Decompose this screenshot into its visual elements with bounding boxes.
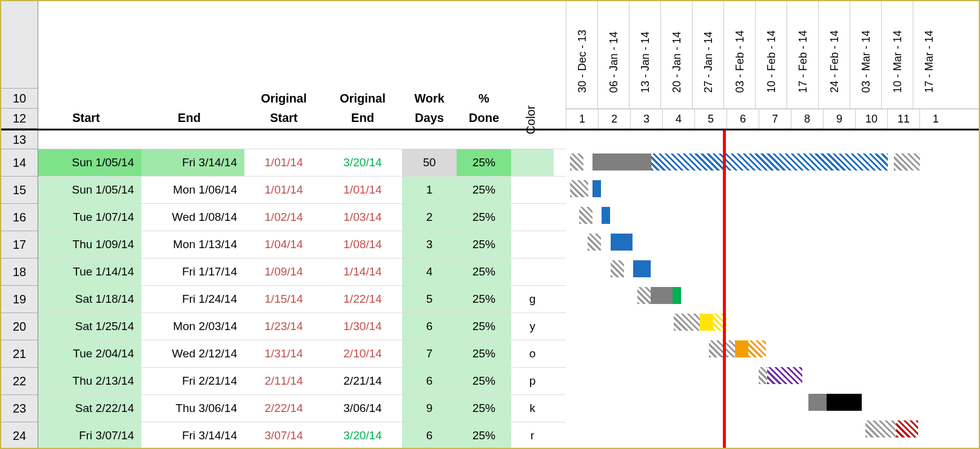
cell-pct-done[interactable]: 25% <box>457 231 511 258</box>
timeline-date-cell[interactable]: 10 - Mar - 14 <box>881 1 913 109</box>
cell-end[interactable]: Mon 2/03/14 <box>141 313 244 340</box>
cell-start[interactable]: Tue 1/14/14 <box>38 258 141 285</box>
gantt-bar[interactable] <box>651 287 673 304</box>
gantt-bar[interactable] <box>748 340 766 357</box>
cell-end[interactable]: Fri 1/17/14 <box>141 258 244 285</box>
cell-pct-done[interactable]: 25% <box>457 422 511 449</box>
header-original-end-1[interactable]: Original <box>323 92 402 109</box>
header-start[interactable]: Start <box>38 111 141 129</box>
gantt-bar[interactable] <box>611 260 624 277</box>
gantt-bar[interactable] <box>894 154 920 170</box>
timeline-date-cell[interactable]: 13 - Jan - 14 <box>629 1 660 109</box>
row-number[interactable]: 13 <box>1 130 38 149</box>
gantt-bar[interactable] <box>633 260 651 277</box>
cell-pct-done[interactable]: 25% <box>457 340 511 367</box>
timeline-week-cell[interactable]: 5 <box>694 109 727 129</box>
cell-work-days[interactable]: 6 <box>402 313 457 340</box>
cell-color[interactable] <box>511 177 554 203</box>
cell-start[interactable]: Tue 2/04/14 <box>38 340 141 367</box>
row-number[interactable]: 19 <box>1 286 38 313</box>
timeline-week-cell[interactable]: 2 <box>598 109 630 129</box>
gantt-bar[interactable] <box>709 340 735 357</box>
cell-pct-done[interactable]: 25% <box>457 204 511 231</box>
cell-color[interactable] <box>511 149 554 176</box>
cell-start[interactable]: Sat 1/18/14 <box>38 286 141 312</box>
timeline-date-cell[interactable]: 17 - Mar - 14 <box>913 1 944 109</box>
cell-original-start[interactable]: 1/09/14 <box>244 258 323 285</box>
header-end[interactable]: End <box>141 111 244 129</box>
cell-work-days[interactable]: 6 <box>402 368 457 394</box>
row-number[interactable]: 16 <box>1 204 38 231</box>
cell-original-end[interactable]: 3/20/14 <box>323 149 402 176</box>
cell-work-days[interactable]: 9 <box>402 395 457 422</box>
cell-end[interactable]: Wed 2/12/14 <box>141 340 244 367</box>
cell-work-days[interactable]: 4 <box>402 258 457 285</box>
row-number[interactable]: 20 <box>1 313 38 340</box>
cell-original-start[interactable]: 3/07/14 <box>244 422 323 449</box>
cell-original-end[interactable]: 2/10/14 <box>323 340 402 367</box>
header-work-2[interactable]: Days <box>402 111 457 129</box>
gantt-bar[interactable] <box>611 234 633 251</box>
cell-start[interactable]: Fri 3/07/14 <box>38 422 141 449</box>
timeline-date-cell[interactable]: 03 - Mar - 14 <box>850 1 881 109</box>
timeline-date-cell[interactable]: 20 - Jan - 14 <box>660 1 692 109</box>
cell-start[interactable]: Sat 2/22/14 <box>38 395 141 422</box>
cell-color[interactable]: o <box>511 340 554 367</box>
timeline-date-cell[interactable]: 30 - Dec - 13 <box>566 1 597 109</box>
cell-color[interactable]: k <box>511 395 554 422</box>
gantt-bar[interactable] <box>896 420 918 437</box>
row-number[interactable]: 22 <box>1 368 38 395</box>
gantt-bar[interactable] <box>673 287 681 304</box>
cell-original-end[interactable]: 3/06/14 <box>323 395 402 422</box>
cell-start[interactable]: Sun 1/05/14 <box>38 177 141 203</box>
cell-color[interactable] <box>511 204 554 231</box>
cell-start[interactable]: Sat 1/25/14 <box>38 313 141 340</box>
cell-color[interactable]: r <box>511 422 554 449</box>
timeline-week-cell[interactable]: 6 <box>727 109 759 129</box>
cell-pct-done[interactable]: 25% <box>457 368 511 394</box>
cell-original-end[interactable]: 1/03/14 <box>323 204 402 231</box>
cell-pct-done[interactable]: 25% <box>457 177 511 203</box>
cell-end[interactable]: Mon 1/13/14 <box>141 231 244 258</box>
cell-end[interactable]: Fri 3/14/14 <box>141 149 244 176</box>
cell-end[interactable]: Thu 3/06/14 <box>141 395 244 422</box>
cell-end[interactable]: Fri 2/21/14 <box>141 368 244 394</box>
gantt-bar[interactable] <box>570 154 583 170</box>
cell-work-days[interactable]: 2 <box>402 204 457 231</box>
cell-original-end[interactable]: 1/14/14 <box>323 258 402 285</box>
row-number[interactable]: 10 <box>1 89 38 109</box>
cell-original-start[interactable]: 1/04/14 <box>244 231 323 258</box>
header-original-start-1[interactable]: Original <box>244 92 323 109</box>
cell-start[interactable]: Tue 1/07/14 <box>38 204 141 231</box>
gantt-bar[interactable] <box>759 367 767 384</box>
timeline-week-cell[interactable]: 1 <box>919 109 951 129</box>
row-number[interactable]: 18 <box>1 258 38 286</box>
timeline-week-cell[interactable]: 10 <box>855 109 887 129</box>
gantt-bar[interactable] <box>570 180 588 197</box>
timeline-date-cell[interactable]: 24 - Feb - 14 <box>818 1 850 109</box>
cell-pct-done[interactable]: 25% <box>457 395 511 422</box>
gantt-bar[interactable] <box>827 394 862 411</box>
row-number[interactable]: 24 <box>1 422 38 449</box>
row-number[interactable]: 17 <box>1 231 38 258</box>
cell-end[interactable]: Fri 1/24/14 <box>141 286 244 312</box>
cell-original-end[interactable]: 1/22/14 <box>323 286 402 312</box>
header-work-1[interactable]: Work <box>402 92 457 109</box>
cell-start[interactable]: Thu 1/09/14 <box>38 231 141 258</box>
gantt-bar[interactable] <box>588 234 601 251</box>
cell-end[interactable]: Fri 3/14/14 <box>141 422 244 449</box>
row-number[interactable]: 15 <box>1 177 38 204</box>
cell-pct-done[interactable]: 25% <box>457 313 511 340</box>
cell-original-start[interactable]: 1/15/14 <box>244 286 323 312</box>
gantt-bar[interactable] <box>602 207 610 224</box>
timeline-date-cell[interactable]: 17 - Feb - 14 <box>787 1 818 109</box>
cell-original-end[interactable]: 1/30/14 <box>323 313 402 340</box>
timeline-week-cell[interactable]: 11 <box>887 109 919 129</box>
cell-original-start[interactable]: 2/22/14 <box>244 395 323 422</box>
cell-color[interactable] <box>511 258 554 285</box>
cell-original-start[interactable]: 1/02/14 <box>244 204 323 231</box>
row-number[interactable]: 21 <box>1 340 38 368</box>
cell-original-start[interactable]: 1/01/14 <box>244 149 323 176</box>
timeline-date-cell[interactable]: 03 - Feb - 14 <box>723 1 755 109</box>
gantt-bar[interactable] <box>592 154 651 170</box>
